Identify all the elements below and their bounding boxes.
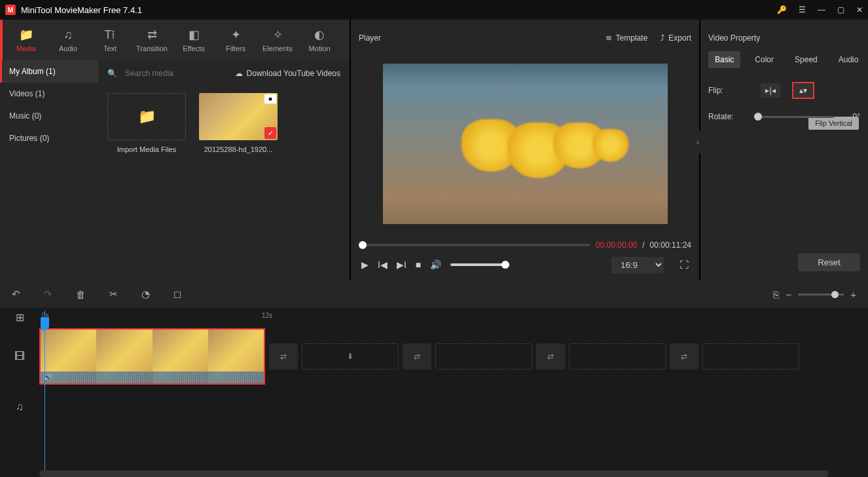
album-sidebar: My Album (1) Videos (1) Music (0) Pictur… [0,60,98,280]
empty-clip-slot[interactable] [569,343,666,370]
search-input[interactable] [125,69,227,78]
empty-clip-slot[interactable] [702,343,799,370]
flip-vertical-button[interactable]: ▴▾ [793,83,813,98]
tab-text[interactable]: T⁞Text [89,20,131,60]
time-current: 00:00:00:00 [596,240,637,250]
tab-motion[interactable]: ◐Motion [298,20,340,60]
split-button[interactable]: ✂ [109,288,118,300]
playhead-line [45,311,45,470]
tooltip: Flip Vertical [808,117,859,130]
media-clip[interactable]: ■ ✓ 20125288-hd_1920... [199,93,278,153]
flip-horizontal-icon: ▸|◂ [765,86,775,95]
collapse-panel-button[interactable]: › [695,131,700,153]
horizontal-scrollbar[interactable] [39,470,829,477]
minimize-button[interactable]: — [818,5,825,14]
sidebar-item-videos[interactable]: Videos (1) [0,83,98,105]
search-icon: 🔍 [107,69,117,78]
empty-clip-slot[interactable] [435,343,532,370]
tab-elements[interactable]: ✧Elements [257,20,298,60]
volume-icon[interactable]: 🔊 [430,259,441,270]
sidebar-item-pictures[interactable]: Pictures (0) [0,127,98,149]
transition-slot[interactable]: ⇄ [670,343,698,370]
player-title: Player [359,33,381,43]
time-total: 00:00:11:24 [650,240,691,250]
delete-button[interactable]: 🗑 [76,289,86,300]
tab-transition[interactable]: ⇄Transition [131,20,173,60]
maximize-button[interactable]: ▢ [837,5,844,14]
zoom-slider[interactable] [798,294,844,296]
redo-button[interactable]: ↷ [44,288,52,300]
timeline: ↶ ↷ 🗑 ✂ ◔ ◻ ⎘ − + ⊞ 🎞 ♫ 0s 12s [0,280,868,477]
video-clip[interactable]: 🔊 [39,328,265,385]
property-panel: › Video Property Basic Color Speed Audio… [700,20,868,280]
tab-audio[interactable]: ♫Audio [47,20,89,60]
export-button[interactable]: ⤴Export [660,33,691,43]
prev-frame-button[interactable]: I◀ [378,259,388,270]
check-icon: ✓ [264,127,276,139]
close-button[interactable]: ✕ [856,5,863,14]
crop-button[interactable]: ◻ [173,288,181,300]
layers-icon: ≋ [606,33,612,43]
tab-effects[interactable]: ◧Effects [173,20,215,60]
prop-tab-audio[interactable]: Audio [832,51,865,68]
folder-icon: 📁 [19,28,33,42]
rotate-slider[interactable] [754,116,834,118]
menu-icon[interactable]: ☰ [799,5,806,14]
reset-button[interactable]: Reset [798,254,860,271]
time-ruler[interactable]: 0s 12s [39,308,868,326]
play-button[interactable]: ▶ [361,259,369,270]
video-track[interactable]: 🔊 ⇄ ⬇ ⇄ ⇄ ⇄ [39,326,868,387]
transition-icon: ⇄ [147,28,157,42]
title-bar: M MiniTool MovieMaker Free 7.4.1 🔑 ☰ — ▢… [0,0,868,20]
transition-slot[interactable]: ⇄ [269,343,298,370]
fit-zoom-button[interactable]: ⎘ [773,289,779,300]
undo-button[interactable]: ↶ [12,288,20,300]
template-button[interactable]: ≋Template [606,33,648,43]
player-panel: Player ≋Template ⤴Export 00:00:00:00 / 0… [351,20,699,280]
transition-slot[interactable]: ⇄ [403,343,431,370]
prop-tab-color[interactable]: Color [748,51,780,68]
flip-label: Flip: [708,86,748,95]
flip-horizontal-button[interactable]: ▸|◂ [761,83,780,98]
rotate-label: Rotate: [708,112,748,121]
video-track-icon: 🎞 [0,326,39,387]
video-preview[interactable] [359,51,691,236]
camera-icon: ■ [264,94,276,104]
playhead[interactable] [41,317,49,328]
scrub-bar[interactable] [359,244,590,246]
import-media-button[interactable]: 📁 Import Media Files [107,93,186,153]
fullscreen-button[interactable]: ⛶ [679,259,689,270]
prop-tab-speed[interactable]: Speed [788,51,824,68]
transition-slot[interactable]: ⇄ [536,343,565,370]
cloud-download-icon: ☁ [235,69,243,78]
effects-icon: ◧ [189,28,200,42]
audio-track[interactable] [39,387,868,427]
audio-track-icon: ♫ [0,387,39,427]
sidebar-item-my-album[interactable]: My Album (1) [0,60,98,83]
note-icon: ♫ [63,28,73,42]
empty-clip-slot[interactable]: ⬇ [302,343,399,370]
tab-media[interactable]: 📁Media [5,20,47,60]
stop-button[interactable]: ■ [416,259,421,270]
export-icon: ⤴ [660,33,664,43]
tab-filters[interactable]: ✦Filters [215,20,257,60]
volume-slider[interactable] [450,263,509,266]
prop-tab-basic[interactable]: Basic [708,51,740,68]
add-track-button[interactable]: ⊞ [0,308,39,326]
speed-button[interactable]: ◔ [141,288,150,300]
property-title: Video Property [708,25,860,51]
zoom-out-button[interactable]: − [786,289,791,300]
folder-icon: 📁 [138,108,156,125]
timeline-toolbar: ↶ ↷ 🗑 ✂ ◔ ◻ ⎘ − + [0,280,868,308]
flip-vertical-icon: ▴▾ [799,86,807,95]
zoom-in-button[interactable]: + [850,289,856,300]
text-icon: T⁞ [105,28,116,42]
app-title: MiniTool MovieMaker Free 7.4.1 [21,5,777,15]
next-frame-button[interactable]: ▶I [397,259,407,270]
sidebar-item-music[interactable]: Music (0) [0,105,98,127]
key-icon[interactable]: 🔑 [777,5,787,14]
aspect-ratio-select[interactable]: 16:9 [611,257,664,273]
main-toolbar: 📁Media ♫Audio T⁞Text ⇄Transition ◧Effect… [0,20,350,60]
download-youtube-button[interactable]: ☁Download YouTube Videos [235,69,340,78]
elements-icon: ✧ [273,28,283,42]
